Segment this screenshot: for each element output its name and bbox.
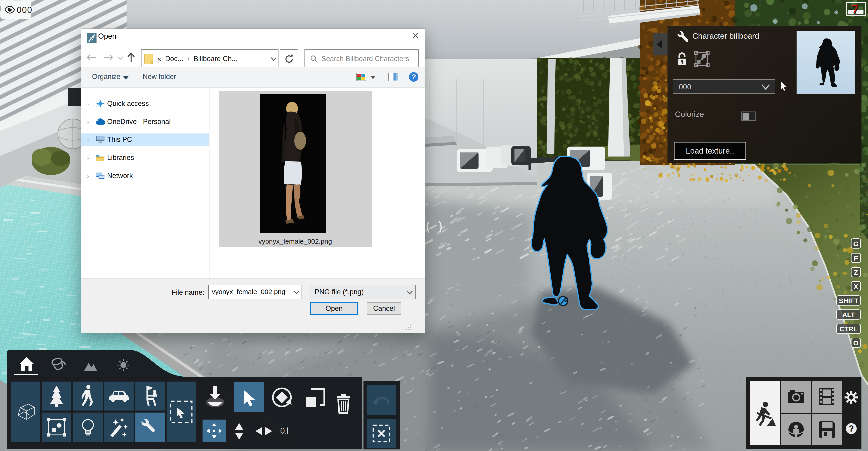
svg-text:?: ?: [412, 73, 416, 81]
svg-text:7: 7: [852, 2, 858, 16]
svg-text:12: 12: [89, 39, 92, 43]
